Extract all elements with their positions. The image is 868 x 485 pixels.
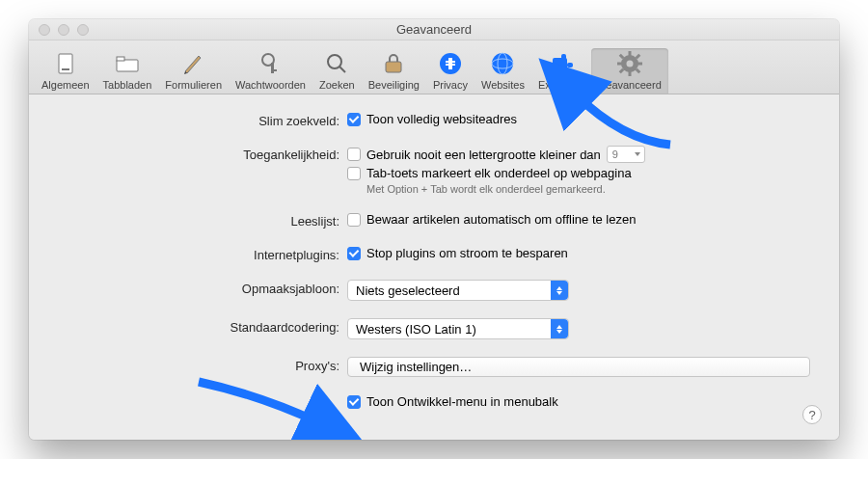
tabs-icon — [114, 50, 141, 77]
tab-label: Tabbladen — [103, 79, 152, 91]
tab-beveiliging[interactable]: Beveiliging — [362, 48, 426, 94]
security-icon — [380, 50, 407, 77]
tab-label: Zoeken — [319, 79, 355, 91]
checkbox-label: Bewaar artikelen automatisch om offline … — [366, 212, 636, 227]
svg-rect-22 — [628, 51, 631, 56]
show-full-address-checkbox[interactable]: Toon volledig websiteadres — [347, 112, 810, 126]
checkbox-icon — [347, 395, 361, 409]
tab-algemeen[interactable]: Algemeen — [35, 48, 96, 94]
tab-extensies[interactable]: Extensies — [531, 48, 591, 94]
label-encoding: Standaardcodering: — [58, 318, 347, 335]
svg-point-7 — [328, 55, 341, 68]
checkbox-label: Toon volledig websiteadres — [366, 112, 517, 126]
search-icon — [323, 50, 350, 77]
save-articles-checkbox[interactable]: Bewaar artikelen automatisch om offline … — [347, 212, 810, 227]
content-pane: Slim zoekveld: Toon volledig websiteadre… — [29, 94, 839, 440]
checkbox-label: Toon Ontwikkel-menu in menubalk — [366, 394, 558, 409]
advanced-gear-icon — [616, 50, 643, 77]
min-font-size-checkbox[interactable]: Gebruik nooit een lettergrootte kleiner … — [347, 146, 810, 163]
tab-privacy[interactable]: Privacy — [426, 48, 475, 94]
checkbox-icon — [347, 167, 361, 180]
checkbox-label: Stop plugins om stroom te besparen — [366, 246, 568, 260]
label-internet-plugins: Internetplugins: — [58, 246, 347, 262]
stylesheet-select[interactable]: Niets geselecteerd — [347, 280, 569, 301]
svg-rect-2 — [117, 60, 138, 71]
zoom-icon[interactable] — [77, 24, 89, 36]
tab-tabbladen[interactable]: Tabbladen — [96, 48, 159, 94]
svg-rect-1 — [62, 68, 69, 70]
show-develop-menu-checkbox[interactable]: Toon Ontwikkel-menu in menubalk — [347, 394, 810, 409]
select-arrows-icon — [551, 281, 568, 300]
close-icon[interactable] — [39, 24, 50, 36]
tab-label: Algemeen — [41, 79, 90, 91]
checkbox-label: Tab-toets markeert elk onderdeel op webp… — [366, 166, 632, 180]
tab-label: Wachtwoorden — [235, 79, 306, 91]
tab-wachtwoorden[interactable]: Wachtwoorden — [229, 48, 312, 94]
label-proxies: Proxy's: — [58, 357, 347, 373]
window-title: Geavanceerd — [396, 22, 472, 37]
titlebar: Geavanceerd — [29, 19, 839, 40]
tab-label: Beveiliging — [368, 79, 420, 91]
tab-label: Extensies — [538, 79, 584, 91]
checkbox-icon — [347, 213, 361, 227]
label-stylesheet: Opmaaksjabloon: — [58, 280, 347, 296]
svg-rect-18 — [561, 54, 566, 60]
stop-plugins-checkbox[interactable]: Stop plugins om stroom te besparen — [347, 246, 810, 260]
checkbox-icon — [347, 113, 361, 126]
tab-highlights-checkbox[interactable]: Tab-toets markeert elk onderdeel op webp… — [347, 166, 810, 180]
tab-zoeken[interactable]: Zoeken — [312, 48, 362, 94]
passwords-icon — [258, 50, 285, 77]
extensions-icon — [548, 50, 575, 77]
svg-rect-25 — [637, 63, 642, 66]
svg-rect-19 — [567, 63, 573, 67]
select-value: Westers (ISO Latin 1) — [356, 322, 476, 337]
svg-rect-24 — [617, 63, 622, 66]
privacy-icon — [437, 50, 464, 77]
tab-formulieren[interactable]: Formulieren — [158, 48, 229, 94]
svg-rect-6 — [271, 69, 277, 71]
tab-geavanceerd[interactable]: Geavanceerd — [591, 48, 668, 94]
general-icon — [52, 50, 79, 77]
svg-rect-23 — [628, 71, 631, 76]
svg-rect-9 — [386, 62, 401, 72]
help-button[interactable]: ? — [802, 405, 822, 424]
svg-rect-3 — [117, 57, 124, 61]
websites-icon — [489, 50, 516, 77]
label-reading-list: Leeslijst: — [58, 212, 347, 229]
svg-line-8 — [339, 67, 345, 72]
svg-rect-13 — [448, 58, 452, 69]
min-font-size-select[interactable]: 9 — [607, 146, 645, 163]
change-proxy-settings-button[interactable]: Wijzig instellingen… — [347, 357, 810, 377]
tab-label: Formulieren — [165, 79, 222, 91]
svg-rect-17 — [553, 58, 567, 72]
traffic-lights — [39, 24, 89, 36]
help-icon: ? — [808, 408, 815, 422]
tab-websites[interactable]: Websites — [475, 48, 531, 94]
svg-point-21 — [626, 61, 633, 67]
autofill-icon — [180, 50, 207, 77]
button-label: Wijzig instellingen… — [360, 360, 472, 374]
tab-label: Geavanceerd — [598, 79, 662, 91]
svg-rect-5 — [271, 63, 274, 73]
checkbox-icon — [347, 148, 361, 161]
tab-highlights-hint: Met Option + Tab wordt elk onderdeel gem… — [366, 183, 810, 195]
label-accessibility: Toegankelijkheid: — [58, 146, 347, 162]
checkbox-icon — [347, 247, 361, 260]
preferences-toolbar: Algemeen Tabbladen Formulieren Wachtwoor… — [29, 40, 839, 94]
checkbox-label: Gebruik nooit een lettergrootte kleiner … — [366, 148, 601, 162]
preferences-window: Geavanceerd Algemeen Tabbladen Formulier… — [29, 19, 839, 440]
label-smart-search: Slim zoekveld: — [58, 112, 347, 128]
encoding-select[interactable]: Westers (ISO Latin 1) — [347, 318, 569, 339]
tab-label: Privacy — [433, 79, 468, 91]
select-arrows-icon — [551, 319, 568, 338]
tab-label: Websites — [481, 79, 525, 91]
svg-point-14 — [492, 53, 513, 74]
select-value: Niets geselecteerd — [356, 283, 460, 298]
minimize-icon[interactable] — [58, 24, 69, 36]
